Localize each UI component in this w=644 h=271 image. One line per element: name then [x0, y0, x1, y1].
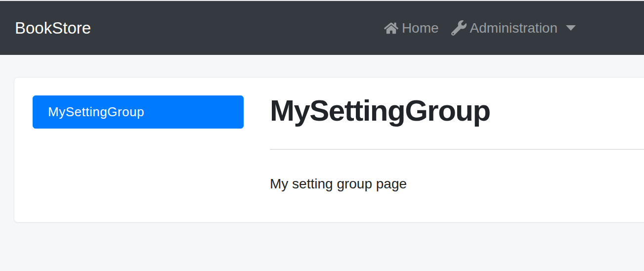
wrench-icon — [451, 20, 467, 36]
setting-group-list: MySettingGroup — [33, 95, 270, 204]
setting-group-tab-mysettinggroup[interactable]: MySettingGroup — [33, 95, 244, 129]
browser-viewport: BookStore Home Administration — [0, 0, 644, 271]
nav-item-home[interactable]: Home — [384, 21, 439, 35]
navbar-menu: Home Administration — [384, 1, 576, 55]
title-divider — [270, 149, 644, 150]
page-title: MySettingGroup — [270, 91, 644, 130]
navbar: BookStore Home Administration — [0, 1, 644, 55]
setting-group-content: MySettingGroup My setting group page — [270, 95, 644, 204]
nav-item-administration-label: Administration — [470, 21, 558, 35]
chevron-down-icon — [566, 25, 576, 31]
nav-item-home-label: Home — [402, 21, 439, 35]
nav-item-administration[interactable]: Administration — [451, 20, 576, 36]
brand-link[interactable]: BookStore — [15, 20, 91, 36]
home-icon — [384, 22, 398, 35]
setting-group-description: My setting group page — [270, 174, 644, 194]
page-content-area: MySettingGroup MySettingGroup My setting… — [0, 55, 644, 271]
settings-card: MySettingGroup MySettingGroup My setting… — [14, 77, 644, 223]
